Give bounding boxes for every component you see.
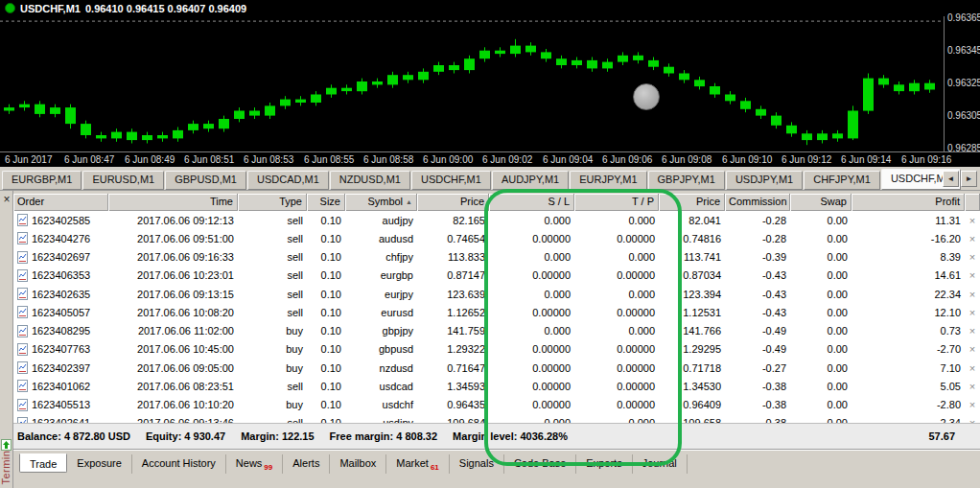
terminal-tab-market[interactable]: Market61 [386,454,450,474]
chart-title-bar[interactable]: USDCHF,M1 0.96410 0.96415 0.96407 0.9640… [0,0,980,16]
close-order-button[interactable]: × [965,399,980,410]
order-type-cell: buy [238,343,307,355]
order-row[interactable]: 16234050572017.06.06 10:08:20sell0.10eur… [13,303,980,321]
order-tp-cell: 0.000 [574,215,659,226]
order-id-cell: 1623402585 [13,214,108,226]
column-header-commission[interactable]: Commission [725,194,790,211]
order-row[interactable]: 16234055132017.06.06 10:10:20buy0.10usdc… [13,396,980,414]
column-header-profit[interactable]: Profit [852,194,965,211]
order-row[interactable]: 16234010622017.06.06 08:23:51sell0.10usd… [13,377,980,395]
column-header-price[interactable]: Price [659,194,725,211]
column-header-type[interactable]: Type [238,194,307,211]
order-time-cell: 2017.06.06 10:10:20 [108,399,238,410]
symbol-tab-nzdusd-m1-4[interactable]: NZDUSD,M1 [330,171,410,190]
symbol-tab-usdjpy-m1-9[interactable]: USDJPY,M1 [726,171,803,190]
symbol-tab-usdcad-m1-3[interactable]: USDCAD,M1 [247,171,329,190]
terminal-tab-code-base[interactable]: Code Base [504,454,576,474]
close-order-button[interactable]: × [965,325,980,337]
close-order-button[interactable]: × [965,251,980,263]
close-order-button[interactable]: × [965,362,980,374]
terminal-tab-experts[interactable]: Experts [576,454,632,474]
tab-scroll-right-button[interactable]: ► [961,171,977,187]
summary-segment-4: Margin level: 4036.28% [453,430,568,442]
column-header-symbol[interactable]: Symbol▲ [345,194,417,211]
order-tp-cell: 0.00000 [574,381,659,392]
symbol-tab-audjpy-m1-6[interactable]: AUDJPY,M1 [492,171,569,190]
column-header-swap[interactable]: Swap [790,194,852,211]
summary-segment-0: Balance: 4 872.80 USD [17,430,130,442]
order-row[interactable]: 16234025852017.06.06 09:12:13sell0.10aud… [13,211,980,229]
order-icon [17,399,28,411]
column-header-t-p[interactable]: T / P [574,194,659,211]
order-size-cell: 0.10 [307,233,345,244]
symbol-tab-gbpjpy-m1-8[interactable]: GBPJPY,M1 [648,171,725,190]
order-sl-cell: 0.000 [489,289,574,300]
order-icon [17,361,28,374]
symbol-tab-eurusd-m1-1[interactable]: EURUSD,M1 [82,171,164,190]
time-axis-label: 6 Jun 08:58 [363,154,413,165]
order-size-cell: 0.10 [307,343,345,355]
close-order-button[interactable]: × [965,215,980,226]
column-header-size[interactable]: Size [307,194,345,211]
tab-scroll-left-button[interactable]: ◄ [943,171,959,187]
symbol-tab-gbpusd-m1-2[interactable]: GBPUSD,M1 [165,171,246,190]
terminal-tab-signals[interactable]: Signals [450,454,504,474]
column-header-s-l[interactable]: S / L [489,194,574,211]
order-id-cell: 1623402697 [13,251,108,264]
order-sl-cell: 0.000 [489,251,574,263]
order-row[interactable]: 16234077632017.06.06 10:45:00buy0.10gbpu… [13,340,980,359]
summary-segment-2: Margin: 122.15 [241,430,314,442]
order-row[interactable]: 16234026352017.06.06 09:13:15sell0.10eur… [13,285,980,303]
order-row[interactable]: 16234042762017.06.06 09:51:00sell0.10aud… [13,229,980,247]
order-sl-cell: 0.00000 [489,233,574,244]
terminal-tab-mailbox[interactable]: Mailbox [330,454,386,474]
column-header-order[interactable]: Order [13,194,108,211]
time-axis-label: 6 Jun 09:16 [901,154,951,165]
order-swap-cell: 0.00 [790,399,852,410]
order-row[interactable]: 16234026972017.06.06 09:16:33sell0.10chf… [13,248,980,267]
trade-table-header: OrderTimeTypeSizeSymbol▲PriceS / LT / PP… [13,194,980,211]
order-size-cell: 0.10 [307,289,345,300]
symbol-tab-usdchf-m1-5[interactable]: USDCHF,M1 [411,171,491,190]
order-swap-cell: 0.00 [790,307,852,318]
terminal-tab-trade[interactable]: Trade [19,453,67,473]
terminal-tab-news[interactable]: News99 [226,454,283,474]
order-size-cell: 0.10 [307,381,345,392]
column-header-close [965,194,980,211]
order-symbol-cell: gbpjpy [345,325,417,337]
order-current-price-cell: 0.96409 [659,399,725,410]
terminal-tab-alerts[interactable]: Alerts [283,454,330,474]
column-header-price[interactable]: Price [417,194,489,211]
terminal-tab-strip: TradeExposureAccount HistoryNews99Alerts… [13,449,980,488]
account-summary-text: Balance: 4 872.80 USDEquity: 4 930.47Mar… [17,430,583,442]
column-header-time[interactable]: Time [108,194,238,211]
order-id: 1623406353 [32,269,90,281]
close-order-button[interactable]: × [965,233,980,244]
time-axis[interactable]: 6 Jun 20176 Jun 08:476 Jun 08:496 Jun 08… [0,151,980,168]
price-axis[interactable]: 0.963650.963450.963250.963050.96285 [944,16,980,151]
symbol-tab-eurjpy-m1-7[interactable]: EURJPY,M1 [570,171,646,190]
order-commission-cell: -0.39 [725,251,790,263]
symbol-tab-chfjpy-m1-10[interactable]: CHFJPY,M1 [804,171,880,190]
terminal-tab-account-history[interactable]: Account History [132,454,226,474]
order-profit-cell: 14.61 [852,269,965,281]
chart-title-symbol: USDCHF,M1 [20,3,81,14]
order-row[interactable]: 16234026412017.06.06 09:13:46sell0.10usd… [13,414,980,423]
terminal-tab-journal[interactable]: Journal [633,454,688,474]
close-order-button[interactable]: × [965,269,980,281]
close-order-button[interactable]: × [965,307,980,318]
time-axis-label: 6 Jun 08:47 [64,154,114,165]
order-commission-cell: -0.38 [725,381,790,392]
terminal-tab-exposure[interactable]: Exposure [67,454,131,474]
order-time-cell: 2017.06.06 09:12:13 [108,215,238,226]
close-order-button[interactable]: × [965,289,980,300]
order-row[interactable]: 16234082952017.06.06 11:02:00buy0.10gbpj… [13,322,980,340]
chart-plot-area[interactable] [0,16,945,151]
order-id: 1623402585 [32,215,90,226]
close-order-button[interactable]: × [965,343,980,355]
close-order-button[interactable]: × [965,381,980,392]
symbol-tab-eurgbp-m1-0[interactable]: EURGBP,M1 [2,171,82,190]
order-row[interactable]: 16234023972017.06.06 09:05:00buy0.10nzdu… [13,359,980,377]
order-row[interactable]: 16234063532017.06.06 10:23:01sell0.10eur… [13,267,980,285]
terminal-close-button[interactable]: × [2,196,12,205]
